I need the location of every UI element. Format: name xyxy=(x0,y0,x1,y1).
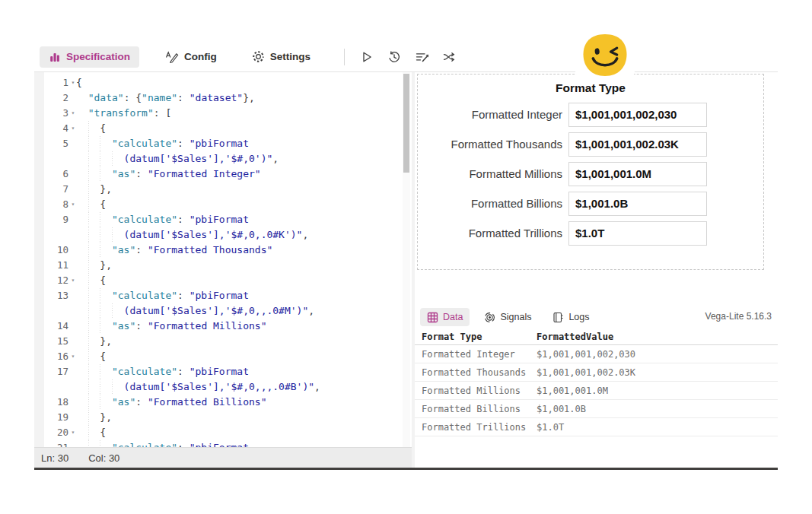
tab-config[interactable]: Config xyxy=(156,46,226,68)
cursor-line-indicator: Ln: 30 xyxy=(41,452,68,464)
visual-bottom-border xyxy=(34,468,778,470)
table-row: Formatted Integer$1,001,001,002,030 xyxy=(415,345,778,363)
logs-notebook-icon xyxy=(552,312,564,323)
line-number: 12 xyxy=(44,273,68,288)
preview-value-box: $1,001,001.0M xyxy=(568,162,707,186)
code-line[interactable]: (datum['$Sales'],'$#,0,,,.0#B')", xyxy=(34,379,412,395)
preview-value-box: $1,001.0B xyxy=(568,192,707,216)
code-line[interactable]: 16▾ { xyxy=(34,349,412,364)
line-number: 1 xyxy=(44,75,68,90)
code-line[interactable]: 21 "calculate": "pbiFormat xyxy=(34,440,412,447)
line-number: 14 xyxy=(44,319,68,334)
preview-row: Formatted Thousands$1,001,001,002.03K xyxy=(418,132,763,161)
preview-row: Formatted Trillions$1.0T xyxy=(418,221,763,250)
code-line[interactable]: 5 "calculate": "pbiFormat xyxy=(34,136,412,151)
toolbar: Specification Config Settings xyxy=(34,42,778,72)
cell-format-type: Formatted Millions xyxy=(422,382,521,400)
line-number: 10 xyxy=(44,243,68,258)
code-line[interactable]: 4▾ { xyxy=(34,121,412,136)
history-button[interactable] xyxy=(383,46,406,68)
tab-settings-label: Settings xyxy=(270,51,310,62)
tab-signals-label: Signals xyxy=(500,312,531,322)
line-number: 6 xyxy=(44,167,68,182)
code-line[interactable]: 14 "as": "Formatted Millions" xyxy=(34,319,412,334)
preview-row: Formatted Millions$1,001,001.0M xyxy=(418,161,763,191)
code-line[interactable]: 8▾ { xyxy=(34,197,412,212)
code-line[interactable]: 15 }, xyxy=(34,334,412,349)
cell-format-type: Formatted Integer xyxy=(422,345,515,363)
preview-row-label: Formatted Integer xyxy=(418,102,562,127)
tab-data-label: Data xyxy=(443,312,463,322)
code-line[interactable]: 12▾ { xyxy=(34,273,412,288)
code-line[interactable]: 17 "calculate": "pbiFormat xyxy=(34,364,412,379)
cell-format-type: Formatted Trillions xyxy=(422,418,526,436)
table-grid-icon xyxy=(427,312,438,323)
tab-specification[interactable]: Specification xyxy=(40,46,139,68)
preview-row-label: Formatted Thousands xyxy=(418,132,562,157)
code-line[interactable]: 10 "as": "Formatted Thousands" xyxy=(34,243,412,258)
code-line[interactable]: 13 "calculate": "pbiFormat xyxy=(34,288,412,303)
line-number: 5 xyxy=(44,136,68,151)
visual-preview: Format Type Formatted Integer$1,001,001,… xyxy=(417,74,764,270)
preview-row: Formatted Integer$1,001,001,002,030 xyxy=(418,102,763,132)
tab-logs-label: Logs xyxy=(568,312,589,322)
line-number: 4 xyxy=(44,121,68,136)
preview-value-box: $1,001,001,002,030 xyxy=(568,103,707,127)
run-button[interactable] xyxy=(355,46,378,68)
line-number: 2 xyxy=(44,90,68,106)
tab-settings[interactable]: Settings xyxy=(243,46,320,68)
line-number: 15 xyxy=(44,334,68,349)
table-row: Formatted Thousands$1,001,001,002.03K xyxy=(415,363,778,382)
editor-scrollbar-thumb[interactable] xyxy=(403,74,409,173)
shuffle-button[interactable] xyxy=(438,46,460,68)
line-number: 13 xyxy=(44,288,68,303)
line-number: 20 xyxy=(44,425,68,440)
line-number: 18 xyxy=(44,395,68,410)
code-line[interactable]: (datum['$Sales'],'$#,0,.0#K')", xyxy=(34,227,412,243)
format-button[interactable] xyxy=(410,46,433,68)
line-number: 8 xyxy=(44,197,68,212)
data-table-header: Format Type FormattedValue xyxy=(415,329,778,345)
deneb-editor-window: Specification Config Settings xyxy=(34,42,778,470)
preview-chart-title: Format Type xyxy=(418,81,763,95)
editor-statusbar: Ln: 30 Col: 30 xyxy=(34,447,412,468)
data-table: Format Type FormattedValue Formatted Int… xyxy=(415,329,778,436)
cell-format-type: Formatted Billions xyxy=(422,400,521,418)
code-line[interactable]: 20▾ { xyxy=(34,425,412,440)
line-number: 16 xyxy=(44,349,68,364)
table-row: Formatted Trillions$1.0T xyxy=(415,418,778,436)
tab-data[interactable]: Data xyxy=(420,308,470,326)
code-line[interactable]: 19 }, xyxy=(34,410,412,425)
code-line[interactable]: 18 "as": "Formatted Billions" xyxy=(34,395,412,410)
code-line[interactable]: 11 }, xyxy=(34,258,412,273)
code-line[interactable]: (datum['$Sales'],'$#,0')", xyxy=(34,151,412,167)
cell-formatted-value: $1,001,001,002.03K xyxy=(537,363,635,382)
code-line[interactable]: 9 "calculate": "pbiFormat xyxy=(34,212,412,227)
code-line[interactable]: 6 "as": "Formatted Integer" xyxy=(34,167,412,182)
preview-rows: Formatted Integer$1,001,001,002,030Forma… xyxy=(418,102,763,250)
winking-face-emoji xyxy=(579,33,631,77)
column-header-formatted-value: FormattedValue xyxy=(537,329,613,345)
line-number: 17 xyxy=(44,364,68,379)
preview-pane: Format Type Formatted Integer$1,001,001,… xyxy=(415,72,778,468)
line-number: 3 xyxy=(44,106,68,121)
code-line[interactable]: (datum['$Sales'],'$#,0,,.0#M')", xyxy=(34,303,412,319)
editor-scrollbar[interactable] xyxy=(403,72,410,447)
signals-icon xyxy=(484,312,495,323)
code-line[interactable]: 3▾ "transform": [ xyxy=(34,106,412,121)
vega-lite-version: Vega-Lite 5.16.3 xyxy=(705,311,772,322)
tab-logs[interactable]: Logs xyxy=(546,308,596,326)
gear-icon xyxy=(252,50,265,63)
code-editor[interactable]: 1▾{2 "data": {"name": "dataset"},3▾ "tra… xyxy=(34,72,412,447)
code-line[interactable]: 1▾{ xyxy=(34,75,412,90)
cell-formatted-value: $1,001,001.0M xyxy=(537,382,608,400)
table-row: Formatted Billions$1,001.0B xyxy=(415,400,778,418)
cell-formatted-value: $1.0T xyxy=(537,418,564,436)
preview-value-box: $1,001,001,002.03K xyxy=(568,132,707,157)
tab-signals[interactable]: Signals xyxy=(477,308,538,326)
column-header-format-type: Format Type xyxy=(422,329,482,345)
line-number: 9 xyxy=(44,212,68,227)
code-line[interactable]: 2 "data": {"name": "dataset"}, xyxy=(34,90,412,106)
code-line[interactable]: 7 }, xyxy=(34,182,412,197)
preview-row-label: Formatted Millions xyxy=(418,161,562,186)
